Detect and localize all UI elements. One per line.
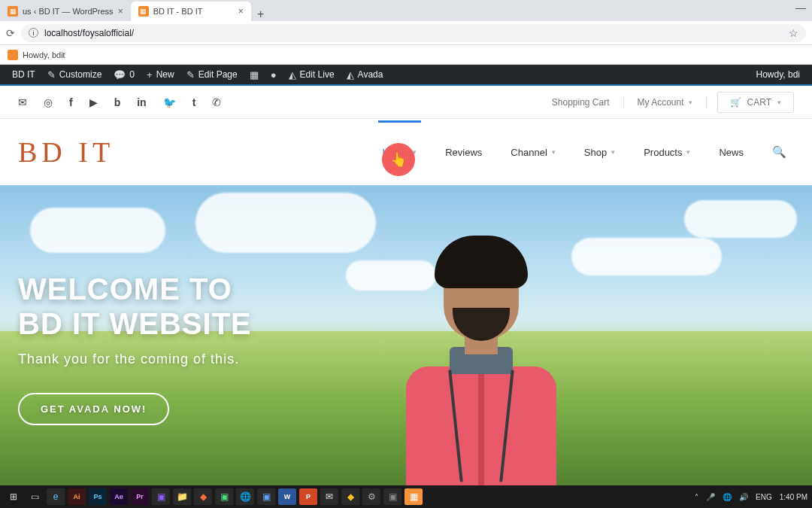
xampp-icon[interactable]: ▦	[404, 488, 423, 505]
wp-howdy[interactable]: Howdy, bdi	[750, 65, 806, 84]
browser-tab-wordpress[interactable]: ▦ us ‹ BD IT — WordPress ×	[0, 2, 131, 21]
address-bar: ⟳ i localhost/foysalofficial/ ☆	[0, 21, 812, 45]
cart-icon: 🛒	[730, 97, 741, 108]
close-icon[interactable]: ×	[238, 6, 244, 17]
shopping-cart-link[interactable]: Shopping Cart	[538, 97, 624, 108]
url-input[interactable]: i localhost/foysalofficial/ ☆	[21, 24, 806, 42]
explorer-icon[interactable]: 📁	[173, 488, 191, 505]
avada-icon: ◭	[289, 69, 296, 81]
bookmark-item[interactable]: Howdy, bdit	[23, 50, 65, 59]
illustrator-icon[interactable]: Ai	[68, 488, 86, 505]
app-icon-1[interactable]: ▣	[152, 488, 170, 505]
plus-icon: +	[147, 69, 153, 81]
chevron-down-icon: ▾	[552, 148, 556, 156]
get-avada-button[interactable]: GET AVADA NOW!	[18, 393, 169, 425]
microphone-icon[interactable]: 🎤	[706, 493, 715, 501]
linkedin-icon[interactable]: in	[137, 96, 146, 108]
wp-new[interactable]: +New	[141, 65, 180, 84]
wp-edit-live[interactable]: ◭Edit Live	[283, 65, 341, 84]
avada-icon: ◭	[347, 69, 354, 81]
mail-icon[interactable]: ✉	[320, 488, 338, 505]
grid-icon: ▦	[250, 69, 259, 81]
utility-right: Shopping Cart My Account▾ 🛒 CART ▾	[538, 92, 794, 113]
chevron-down-icon: ▾	[611, 148, 615, 156]
facebook-icon[interactable]: f	[69, 96, 73, 108]
hero-text: WELCOME TO BD IT WEBSITE Thank you for t…	[18, 272, 252, 425]
volume-icon[interactable]: 🔊	[739, 493, 748, 501]
wp-edit-page[interactable]: ✎Edit Page	[180, 65, 244, 84]
app-icon-3[interactable]: ▣	[215, 488, 233, 505]
search-icon[interactable]: 🔍	[772, 145, 786, 159]
nav-news[interactable]: News	[719, 147, 744, 158]
chrome-icon[interactable]: 🌐	[236, 488, 254, 505]
system-tray: ˄ 🎤 🌐 🔊 ENG 1:40 PM	[695, 493, 807, 501]
wp-bullet-icon[interactable]: ●	[265, 65, 283, 84]
minimize-icon[interactable]: —	[795, 2, 806, 14]
nav-shop[interactable]: Shop▾	[584, 147, 615, 158]
network-icon[interactable]: 🌐	[723, 493, 732, 501]
premiere-icon[interactable]: Pr	[131, 488, 149, 505]
nav-products[interactable]: Products▾	[644, 147, 690, 158]
pencil-icon: ✎	[186, 69, 195, 81]
wp-fusion-icon[interactable]: ▦	[244, 65, 265, 84]
brush-icon: ✎	[47, 69, 56, 81]
word-icon[interactable]: W	[278, 488, 296, 505]
app-icon-4[interactable]: ▣	[257, 488, 275, 505]
edge-icon[interactable]: e	[47, 488, 65, 505]
youtube-icon[interactable]: ▶	[89, 96, 98, 108]
windows-taskbar: ⊞ ▭ e Ai Ps Ae Pr ▣ 📁 ◆ ▣ 🌐 ▣ W P ✉ ◆ ⚙ …	[0, 485, 812, 508]
bookmark-favicon-icon	[8, 50, 18, 60]
favicon-icon: ▦	[138, 6, 149, 17]
mail-icon[interactable]: ✉	[18, 96, 27, 108]
close-icon[interactable]: ×	[118, 6, 123, 17]
circle-icon: ●	[271, 69, 277, 81]
app-icon-7[interactable]: ▣	[383, 488, 401, 505]
language-indicator[interactable]: ENG	[756, 493, 772, 501]
browser-tab-bdit[interactable]: ▦ BD IT - BD IT ×	[131, 2, 251, 21]
wp-site-link[interactable]: BD IT	[6, 65, 41, 84]
utility-bar: ✉ ◎ f ▶ b in 🐦 t ✆ Shopping Cart My Acco…	[0, 86, 812, 119]
reload-icon[interactable]: ⟳	[6, 27, 15, 39]
star-icon[interactable]: ☆	[789, 27, 798, 39]
app-icon-6[interactable]: ⚙	[362, 488, 380, 505]
start-icon[interactable]: ⊞	[5, 488, 23, 505]
favicon-icon: ▦	[8, 6, 18, 17]
nav-reviews[interactable]: Reviews	[445, 147, 482, 158]
nav-channel[interactable]: Channel▾	[511, 147, 555, 158]
hero-subheading: Thank you for the coming of this.	[18, 351, 252, 367]
twitter-icon[interactable]: 🐦	[163, 96, 176, 108]
task-view-icon[interactable]: ▭	[26, 488, 44, 505]
my-account-link[interactable]: My Account▾	[624, 97, 707, 108]
photoshop-icon[interactable]: Ps	[89, 488, 107, 505]
phone-icon[interactable]: ✆	[212, 96, 221, 108]
info-icon[interactable]: i	[29, 28, 38, 38]
hero-section: WELCOME TO BD IT WEBSITE Thank you for t…	[0, 185, 812, 508]
comment-icon: 💬	[114, 69, 126, 81]
cursor-highlight: 👆	[382, 143, 415, 176]
tumblr-icon[interactable]: t	[192, 96, 196, 108]
wp-admin-bar: BD IT ✎Customize 💬0 +New ✎Edit Page ▦ ● …	[0, 65, 812, 84]
social-icons: ✉ ◎ f ▶ b in 🐦 t ✆	[18, 96, 221, 108]
window-controls: —	[795, 2, 806, 14]
wp-comments[interactable]: 💬0	[108, 65, 141, 84]
new-tab-button[interactable]: +	[251, 8, 271, 21]
chevron-down-icon: ▾	[777, 99, 781, 106]
tab-title: BD IT - BD IT	[153, 7, 234, 16]
nav-links: Home▾ Reviews Channel▾ Shop▾ Products▾ N…	[383, 145, 786, 159]
app-icon-5[interactable]: ◆	[341, 488, 359, 505]
chevron-down-icon: ▾	[689, 99, 692, 106]
app-icon-2[interactable]: ◆	[194, 488, 212, 505]
blogger-icon[interactable]: b	[114, 96, 121, 108]
bookmarks-bar: Howdy, bdit	[0, 45, 812, 65]
hero-person-image	[391, 242, 571, 508]
tab-title: us ‹ BD IT — WordPress	[23, 7, 114, 16]
wp-avada[interactable]: ◭Avada	[341, 65, 389, 84]
tray-up-icon[interactable]: ˄	[695, 493, 698, 501]
aftereffects-icon[interactable]: Ae	[110, 488, 128, 505]
powerpoint-icon[interactable]: P	[299, 488, 317, 505]
instagram-icon[interactable]: ◎	[44, 96, 53, 108]
clock[interactable]: 1:40 PM	[780, 493, 807, 501]
site-logo[interactable]: BD IT	[18, 135, 114, 169]
cart-button[interactable]: 🛒 CART ▾	[717, 92, 794, 113]
wp-customize[interactable]: ✎Customize	[41, 65, 108, 84]
